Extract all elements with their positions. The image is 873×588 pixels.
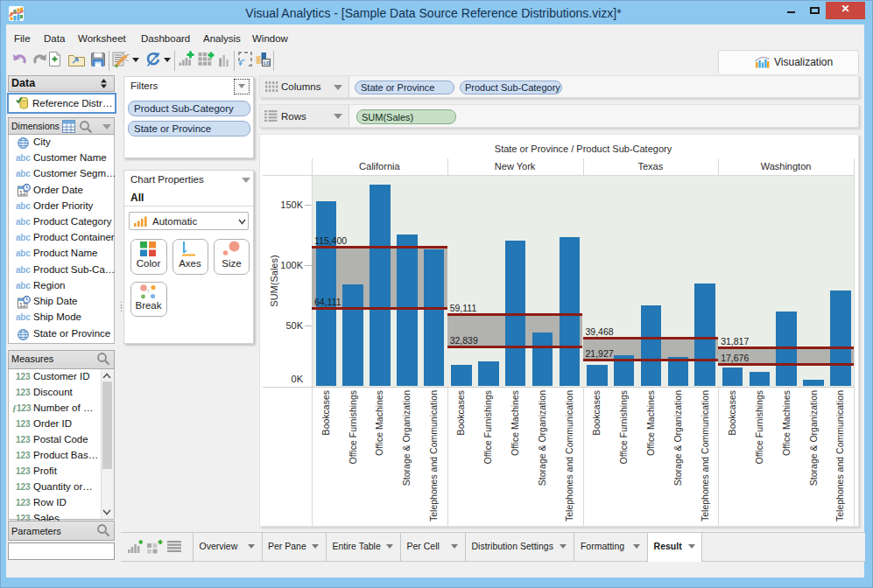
svg-text:LO: LO — [264, 60, 271, 66]
